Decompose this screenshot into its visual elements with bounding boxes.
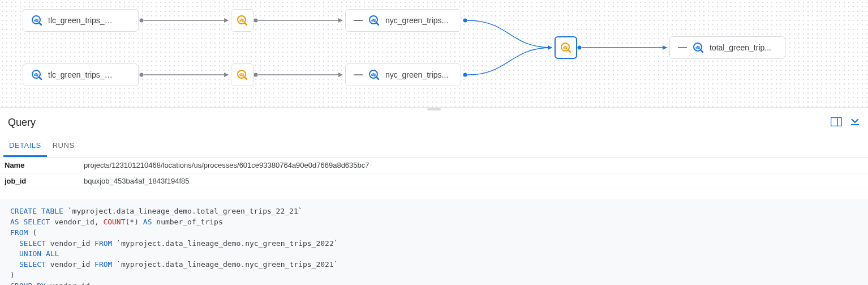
node-output[interactable]: — total_green_trip... [669,36,785,59]
svg-point-10 [254,73,258,77]
panel-header: Query [0,111,868,131]
svg-point-12 [463,19,467,23]
node-label: nyc_green_trips... [385,16,448,25]
process-icon [560,42,571,53]
detail-label: job_id [5,177,84,185]
node-source-2022[interactable]: tlc_green_trips_2022 [23,63,139,86]
bigquery-icon [693,42,704,53]
node-intermediate-1[interactable]: — nyc_green_trips... [345,9,461,32]
tab-details[interactable]: DETAILS [3,135,47,157]
detail-value: bquxjob_453ba4af_1843f194f85 [84,177,190,185]
svg-point-13 [463,73,467,77]
minus-icon: — [678,42,687,53]
process-icon [237,69,248,80]
detail-row-name: Name projects/123101210468/locations/us/… [0,158,868,173]
detail-label: Name [5,161,84,169]
svg-point-4 [140,19,144,23]
tabs: DETAILS RUNS [0,135,868,158]
svg-rect-16 [831,118,842,126]
svg-point-14 [578,46,582,50]
svg-point-8 [140,73,144,77]
panel-collapse-icon[interactable] [850,117,860,128]
node-label: tlc_green_trips_2022 [48,70,116,79]
node-source-2021[interactable]: tlc_green_trips_2021 [23,9,139,32]
node-label: nyc_green_trips... [385,70,448,79]
node-process-merge[interactable] [555,36,577,59]
node-process-2[interactable] [231,63,253,86]
panel-layout-icon[interactable] [831,117,842,128]
minus-icon: — [354,15,363,25]
node-intermediate-2[interactable]: — nyc_green_trips... [345,63,461,86]
minus-icon: — [354,70,363,80]
bigquery-icon [368,69,380,80]
sql-block: CREATE TABLE `myproject.data_lineage_dem… [0,199,868,285]
bigquery-icon [31,15,42,26]
node-process-1[interactable] [231,9,253,32]
bigquery-icon [31,69,42,80]
process-icon [237,15,248,26]
bigquery-icon [368,15,380,26]
detail-value: projects/123101210468/locations/us/proce… [84,161,369,169]
detail-row-jobid: job_id bquxjob_453ba4af_1843f194f85 [0,173,868,189]
lineage-graph[interactable]: tlc_green_trips_2021 — nyc_green_trips..… [0,0,868,108]
node-label: total_green_trip... [710,43,771,52]
tab-runs[interactable]: RUNS [47,135,80,157]
node-label: tlc_green_trips_2021 [48,16,116,25]
svg-point-6 [254,19,258,23]
panel-title: Query [8,117,36,129]
